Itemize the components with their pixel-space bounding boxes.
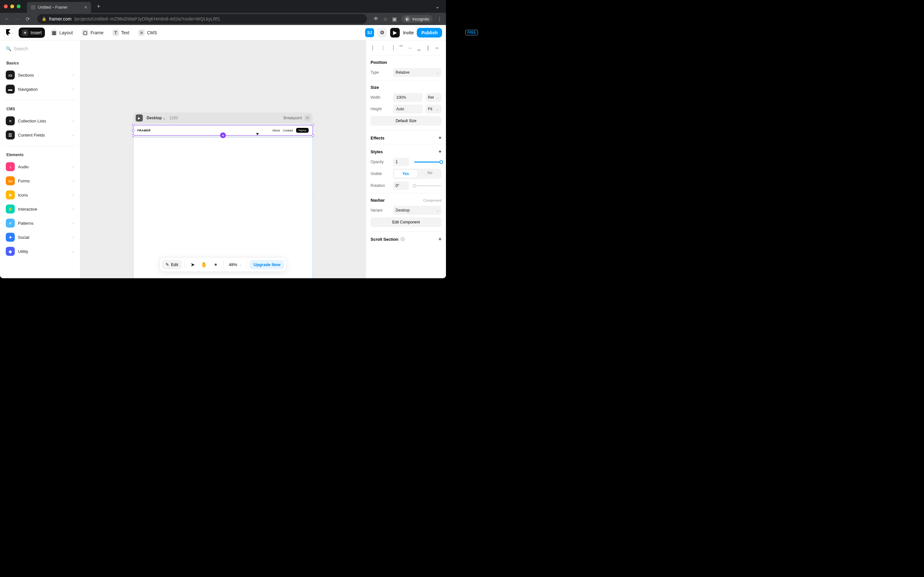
width-input[interactable]: 100% [393,93,423,102]
search-input[interactable]: 🔍 Search [3,44,78,53]
canvas[interactable]: ▶ Desktop ⌄ 1200 Breakpoint + FRAMER Abo… [80,40,366,278]
maximize-window-button[interactable] [17,5,21,8]
position-section-title: Position [371,60,441,65]
text-button[interactable]: T Text [110,27,133,38]
zoom-control[interactable]: 48% ⌄ [226,262,244,267]
opacity-label: Opacity [371,160,391,164]
panel-item-content-fields[interactable]: ☰ Content Fields › [3,128,78,142]
resize-handle[interactable] [132,134,134,137]
panel-item-collection-lists[interactable]: ≡ Collection Lists › [3,114,78,128]
add-element-button[interactable]: + [220,132,226,138]
align-center-v-icon[interactable]: ─ [407,45,414,51]
height-input[interactable]: Auto [393,105,423,113]
preview-button[interactable]: ▶ [390,28,400,37]
panel-item-sections[interactable]: ▭ Sections › [3,68,78,82]
panel-item-utility[interactable]: ◆ Utility › [3,244,78,258]
add-scroll-section-button[interactable]: + [439,236,441,242]
panel-item-social[interactable]: ✦ Social › [3,230,78,244]
cms-button[interactable]: ≡ CMS [135,27,160,38]
eye-off-icon[interactable]: 👁 [373,16,379,22]
user-avatar[interactable]: SJ [365,28,374,37]
align-bottom-icon[interactable]: ▁ [415,45,423,51]
upgrade-button[interactable]: Upgrade Now [250,260,284,269]
app-toolbar: ⌄ + Insert ▥ Layout ▢ Frame T Text ≡ CMS [0,25,446,40]
hand-tool-button[interactable]: ✋ [199,259,209,269]
panel-item-patterns[interactable]: ✓ Patterns › [3,216,78,230]
back-button[interactable]: ← [4,16,10,22]
layout-button[interactable]: ▥ Layout [47,27,76,38]
tabs-dropdown-icon[interactable]: ⌄ [435,3,442,10]
add-breakpoint-button[interactable]: + [304,115,310,121]
tab-favicon [31,5,35,10]
rotation-input[interactable]: 0° [393,181,409,190]
align-top-icon[interactable]: ▔ [397,45,405,51]
publish-button[interactable]: Publish [417,28,442,37]
effects-section-title: Effects + [371,135,441,141]
visible-toggle[interactable]: Yes No [393,169,441,179]
distribute-h-icon[interactable]: ║ [425,45,431,51]
close-window-button[interactable] [4,5,8,8]
browser-tab[interactable]: Untitled – Framer ✕ [27,2,91,13]
panel-item-navigation[interactable]: ▬ Navigation › [3,82,78,96]
comment-icon: ● [214,261,217,268]
variant-label: Variant [371,208,391,213]
insert-panel: 🔍 Search Basics ▭ Sections › ▬ Navigatio… [0,40,80,278]
reload-button[interactable]: ⟳ [24,16,31,22]
visible-label: Visible [371,171,391,176]
comment-tool-button[interactable]: ● [210,259,221,269]
resize-handle[interactable] [312,124,314,126]
breakpoint-label[interactable]: Desktop ⌄ [147,116,166,120]
inspector-panel: ▏ ╎ ▕ ▔ ─ ▁ ║ ═ Position Type Relative ⌄ [366,40,446,278]
panel-item-forms[interactable]: ▭ Forms › [3,174,78,188]
rotation-slider[interactable] [414,185,441,186]
framer-menu-button[interactable]: ⌄ [4,27,16,38]
add-style-button[interactable]: + [439,149,441,155]
browser-menu-icon[interactable]: ⋮ [437,16,442,22]
frame-button[interactable]: ▢ Frame [79,27,107,38]
insert-button[interactable]: + Insert [19,27,45,38]
resize-handle[interactable] [132,124,134,126]
close-tab-icon[interactable]: ✕ [84,5,87,10]
panel-item-interactive[interactable]: ⚡ Interactive › [3,202,78,216]
chevron-right-icon: › [73,87,74,92]
chevron-right-icon: › [73,206,74,211]
variant-select[interactable]: Desktop ⌄ [393,206,441,215]
bookmark-icon[interactable]: ☆ [383,16,388,22]
minimize-window-button[interactable] [10,5,14,8]
align-left-icon[interactable]: ▏ [371,45,378,51]
width-unit-select[interactable]: Rel ⌄ [425,93,441,102]
opacity-input[interactable]: 1 [393,158,409,166]
add-effect-button[interactable]: + [439,135,441,141]
edit-tool-button[interactable]: ✎ Edit [162,260,182,269]
pointer-tool-button[interactable]: ➤ [187,259,198,269]
new-tab-button[interactable]: + [94,3,103,10]
resize-handle[interactable] [132,129,134,132]
panel-item-audio[interactable]: ♪ Audio › [3,160,78,174]
url-field[interactable]: 🔒 framer.com/projects/Untitled--mZ98oDWa… [37,14,367,24]
text-icon: T [113,29,119,36]
align-right-icon[interactable]: ▕ [389,45,396,51]
edit-component-button[interactable]: Edit Component [371,218,441,227]
panel-icon[interactable]: ▣ [392,16,397,22]
selected-navbar-frame[interactable]: FRAMER About Contact Signup + [133,125,313,135]
section-elements-label: Elements [3,150,78,160]
navbar-signup-button: Signup [296,128,309,133]
forward-button[interactable]: → [14,16,21,22]
position-type-select[interactable]: Relative ⌄ [393,68,441,77]
default-size-button[interactable]: Default Size [371,116,441,126]
info-icon[interactable]: i [401,237,405,242]
opacity-slider[interactable] [414,161,441,163]
resize-handle[interactable] [312,134,314,137]
navbar-link-contact: Contact [283,129,293,132]
alignment-controls: ▏ ╎ ▕ ▔ ─ ▁ ║ ═ [371,44,441,55]
align-center-h-icon[interactable]: ╎ [380,45,387,51]
panel-item-icons[interactable]: ★ Icons › [3,188,78,202]
chevron-right-icon: › [73,192,74,197]
incognito-chip[interactable]: ◐ Incognito [401,15,433,23]
distribute-v-icon[interactable]: ═ [433,45,441,51]
breakpoint-play-icon[interactable]: ▶ [136,114,143,121]
invite-button[interactable]: Invite [403,30,414,35]
settings-button[interactable]: ⚙ [377,28,387,37]
chevron-right-icon: › [73,132,74,137]
height-unit-select[interactable]: Fit ⌄ [425,105,441,113]
